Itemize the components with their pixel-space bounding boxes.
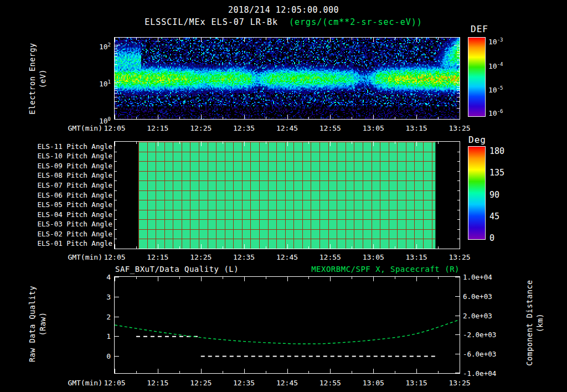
pitch-row-label: ELS-08 Pitch Angle — [11, 171, 112, 180]
x-tick-label: 12:45 — [268, 253, 307, 262]
def-colorbar-tick: 10-6 — [488, 106, 503, 116]
x-tick-label: 12:05 — [95, 124, 134, 133]
x-tick-label: 12:25 — [182, 124, 220, 133]
x-axis-row-1: GMT(min)12:0512:1512:2512:3512:4512:5513… — [0, 124, 567, 133]
bottom-right-y-tick: 1.0e+04 — [463, 272, 492, 282]
deg-colorbar-tick: 45 — [489, 211, 499, 222]
x-tick-label: 12:55 — [311, 253, 349, 262]
pitch-row-label: ELS-09 Pitch Angle — [11, 162, 112, 171]
pitch-angle-panel — [114, 141, 460, 249]
electron-energy-spectrogram — [114, 37, 460, 120]
x-tick-label: 13:15 — [397, 124, 436, 133]
pitch-row-label: ELS-04 Pitch Angle — [11, 210, 112, 219]
x-axis-row-3: GMT(min)12:0512:1512:2512:3512:4512:5513… — [0, 379, 567, 388]
science-plot-screen: 2018/214 12:05:00.000 ELSSCIL/MEx ELS-07… — [0, 0, 567, 392]
spectrogram-y-axis-label-line1: Electron Energy — [27, 18, 38, 140]
x-tick-label: 13:15 — [397, 253, 436, 262]
bottom-right-y-axis-label-line2: (km) — [535, 262, 545, 384]
x-tick-label: 12:35 — [225, 253, 264, 262]
bottom-right-y-tick: -2.0e+03 — [463, 330, 496, 340]
bottom-right-y-axis-label: Component Distance (km) — [524, 262, 545, 384]
deg-colorbar — [468, 146, 486, 240]
deg-colorbar-title: Deg — [468, 135, 486, 145]
bottom-right-y-tick: -6.0e+03 — [463, 349, 496, 359]
x-tick-label: 12:05 — [95, 379, 134, 388]
def-colorbar — [468, 37, 486, 117]
bottom-left-y-tick: 1 — [94, 332, 111, 342]
x-tick-label: 12:55 — [311, 379, 349, 388]
x-tick-label: 12:15 — [138, 253, 177, 262]
bottom-left-y-axis-label: Raw Data Quality (Raw) — [27, 263, 48, 385]
bottom-left-y-tick: 3 — [94, 292, 111, 302]
bottom-right-y-tick: 6.0e+03 — [463, 292, 492, 302]
def-colorbar-tick: 10-4 — [488, 59, 503, 69]
timestamp-title: 2018/214 12:05:00.000 — [0, 5, 567, 15]
spectrogram-y-tick: 102 — [78, 40, 111, 50]
x-tick-label: 12:25 — [182, 253, 220, 262]
deg-colorbar-tick: 90 — [489, 189, 499, 200]
pitch-row-label: ELS-01 Pitch Angle — [11, 239, 112, 248]
x-tick-label: 12:55 — [311, 124, 349, 133]
bottom-left-y-axis-label-line2: (Raw) — [38, 263, 48, 385]
bottom-left-y-tick: 4 — [94, 272, 111, 282]
pitch-row-label: ELS-11 Pitch Angle — [11, 142, 112, 151]
pitch-row-label: ELS-10 Pitch Angle — [11, 152, 112, 161]
x-tick-label: 12:25 — [182, 379, 220, 388]
data-quality-distance-plot — [114, 276, 460, 374]
main-title-units: (ergs/(cm**2-sr-sec-eV)) — [289, 17, 422, 27]
x-tick-label: 13:25 — [440, 124, 479, 133]
bottom-right-y-tick: 2.0e+03 — [463, 311, 492, 321]
x-tick-label: 13:15 — [397, 379, 436, 388]
bottom-left-y-axis-label-line1: Raw Data Quality — [27, 263, 38, 385]
x-tick-label: 13:05 — [354, 124, 393, 133]
bottom-left-y-tick: 0 — [94, 352, 111, 362]
bottom-right-series-title: MEXORBMC/SPF X, Spacecraft (R) — [311, 265, 460, 274]
x-tick-label: 12:45 — [268, 124, 307, 133]
main-title-text: ELSSCIL/MEx ELS-07 LR-Bk — [145, 17, 278, 27]
x-tick-label: 13:25 — [440, 379, 479, 388]
pitch-row-label: ELS-07 Pitch Angle — [11, 181, 112, 190]
deg-colorbar-tick: 180 — [489, 146, 504, 157]
main-title-spacer — [278, 17, 289, 27]
bottom-left-y-tick: 2 — [94, 312, 111, 322]
bottom-left-series-title: SAF_BXuT/Data Quality (L) — [115, 265, 239, 274]
pitch-row-label: ELS-06 Pitch Angle — [11, 191, 112, 200]
x-tick-label: 13:05 — [354, 379, 393, 388]
x-tick-label: 12:05 — [95, 253, 134, 262]
x-axis-row-2: GMT(min)12:0512:1512:2512:3512:4512:5513… — [0, 253, 567, 262]
bottom-right-y-axis-label-line1: Component Distance — [524, 262, 535, 384]
deg-colorbar-tick: 0 — [489, 233, 494, 244]
deg-colorbar-tick: 135 — [489, 167, 504, 178]
x-tick-label: 12:35 — [225, 124, 264, 133]
x-tick-label: 12:15 — [138, 379, 177, 388]
spectrogram-y-tick: 101 — [78, 77, 111, 87]
pitch-row-label: ELS-02 Pitch Angle — [11, 230, 112, 239]
x-tick-label: 12:15 — [138, 124, 177, 133]
def-colorbar-tick: 10-5 — [488, 83, 503, 93]
spectrogram-y-axis-label: Electron Energy (eV) — [27, 18, 48, 140]
x-tick-label: 13:05 — [354, 253, 393, 262]
x-tick-label: 13:25 — [440, 253, 479, 262]
spectrogram-y-tick: 100 — [78, 114, 111, 124]
def-colorbar-tick: 10-3 — [488, 35, 503, 45]
x-tick-label: 12:35 — [225, 379, 264, 388]
spectrogram-y-axis-label-line2: (eV) — [38, 18, 48, 140]
pitch-row-label: ELS-05 Pitch Angle — [11, 200, 112, 209]
def-colorbar-title: DEF — [471, 24, 488, 34]
pitch-row-label: ELS-03 Pitch Angle — [11, 220, 112, 229]
x-tick-label: 12:45 — [268, 379, 307, 388]
bottom-right-y-tick: -1.0e+04 — [463, 369, 496, 379]
